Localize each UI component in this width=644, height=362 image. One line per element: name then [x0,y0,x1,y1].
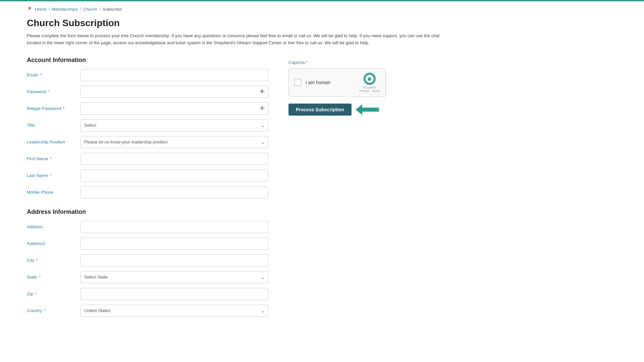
mobile-phone-field-wrapper [80,186,268,198]
process-subscription-button[interactable]: Process Subscription [288,104,352,116]
retype-eye-icon[interactable]: 👁 [260,106,265,112]
zip-label: Zip * [27,291,80,296]
password-input[interactable] [80,86,268,98]
city-group: City * [27,254,268,266]
first-name-required: * [49,156,52,161]
password-label: Password * [27,89,80,94]
breadcrumb-current: Subscribe [103,7,122,12]
leadership-label: Leadership Position [27,139,80,144]
breadcrumb-memberships[interactable]: Memberships [52,7,78,12]
form-right: Captcha * I am human hCaptcha Pr [288,57,396,116]
address-label: Address [27,224,80,229]
address-group: Address [27,221,268,233]
address-input[interactable] [80,221,268,233]
address2-label: Address2 [27,241,80,246]
captcha-brand: hCaptcha [363,86,376,89]
email-label: Email * [27,72,80,77]
captcha-box: I am human hCaptcha Privacy - Terms [288,68,386,97]
country-select[interactable]: United States Canada United Kingdom [80,305,268,317]
email-group: Email * [27,69,268,81]
last-name-group: Last Name * [27,170,268,182]
state-required: * [38,275,41,280]
breadcrumb-sep1: / [49,7,50,12]
account-section-title: Account Information [27,57,268,64]
pin-icon: 📍 [27,7,32,12]
captcha-left: I am human [294,79,330,86]
country-label: Country * [27,308,80,313]
last-name-label: Last Name * [27,173,80,178]
email-field-wrapper [80,69,268,81]
breadcrumb-sep2: / [80,7,81,12]
address2-field-wrapper [80,238,268,250]
page-description: Please complete the form below to proces… [27,33,443,47]
leadership-select[interactable]: Please let us know your leadership posit… [80,136,268,148]
state-field-wrapper: Select State Alabama Alaska California N… [80,271,268,283]
address2-group: Address2 [27,238,268,250]
zip-input[interactable] [80,288,268,300]
title-field-wrapper: Select Mr. Mrs. Dr. Rev. ⌄ [80,119,268,131]
address2-input[interactable] [80,238,268,250]
title-select[interactable]: Select Mr. Mrs. Dr. Rev. [80,119,268,131]
first-name-field-wrapper [80,153,268,165]
retype-required: * [62,106,65,111]
mobile-phone-label: Mobile Phone [27,190,80,195]
password-field-wrapper: 👁 [80,86,268,98]
last-name-input[interactable] [80,170,268,182]
breadcrumb-church[interactable]: Church [83,7,97,12]
svg-marker-1 [356,104,379,115]
state-select-wrapper: Select State Alabama Alaska California N… [80,271,268,283]
zip-required: * [34,291,37,296]
captcha-checkbox[interactable] [294,79,302,86]
first-name-group: First Name * [27,153,268,165]
last-name-required: * [49,173,52,178]
title-label: Title [27,123,80,128]
page-title: Church Subscription [27,18,443,28]
captcha-text: I am human [306,80,330,85]
city-required: * [35,258,38,263]
breadcrumb-home[interactable]: Home [35,7,47,12]
retype-password-label: Retype Password * [27,106,80,111]
country-required: * [43,308,46,313]
zip-field-wrapper [80,288,268,300]
email-input[interactable] [80,69,268,81]
country-select-wrapper: United States Canada United Kingdom ⌄ [80,305,268,317]
password-input-wrapper: 👁 [80,86,268,98]
mobile-phone-input[interactable] [80,186,268,198]
captcha-privacy-terms: Privacy - Terms [359,89,380,93]
captcha-label: Captcha * [288,60,396,65]
password-group: Password * 👁 [27,86,268,98]
address-field-wrapper [80,221,268,233]
leadership-select-wrapper: Please let us know your leadership posit… [80,136,268,148]
password-required: * [47,89,50,94]
retype-password-field-wrapper: 👁 [80,103,268,115]
country-field-wrapper: United States Canada United Kingdom ⌄ [80,305,268,317]
captcha-circle-icon [364,73,376,85]
form-layout: Account Information Email * Password * [27,57,443,321]
breadcrumb: 📍 Home / Memberships / Church / Subscrib… [27,7,443,12]
first-name-input[interactable] [80,153,268,165]
city-label: City * [27,258,80,263]
retype-password-input-wrapper: 👁 [80,103,268,115]
city-input[interactable] [80,254,268,266]
title-group: Title Select Mr. Mrs. Dr. Rev. ⌄ [27,119,268,131]
retype-password-group: Retype Password * 👁 [27,103,268,115]
captcha-svg-icon [365,73,375,84]
country-group: Country * United States Canada United Ki… [27,305,268,317]
teal-arrow-left-icon [356,104,379,116]
state-select[interactable]: Select State Alabama Alaska California N… [80,271,268,283]
mobile-phone-group: Mobile Phone [27,186,268,198]
retype-password-input[interactable] [80,103,268,115]
state-label: State * [27,275,80,280]
form-left: Account Information Email * Password * [27,57,268,321]
zip-group: Zip * [27,288,268,300]
leadership-field-wrapper: Please let us know your leadership posit… [80,136,268,148]
first-name-label: First Name * [27,156,80,161]
title-select-wrapper: Select Mr. Mrs. Dr. Rev. ⌄ [80,119,268,131]
state-group: State * Select State Alabama Alaska Cali… [27,271,268,283]
captcha-required: * [305,60,308,65]
address-section-title: Address Information [27,208,268,216]
captcha-logo: hCaptcha Privacy - Terms [359,73,380,93]
last-name-field-wrapper [80,170,268,182]
leadership-group: Leadership Position Please let us know y… [27,136,268,148]
password-eye-icon[interactable]: 👁 [260,89,265,95]
